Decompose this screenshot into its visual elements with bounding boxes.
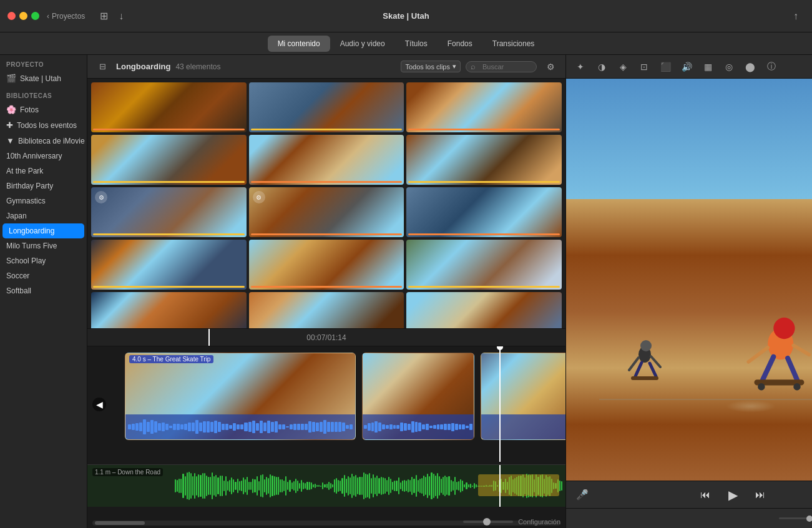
clip-thumb[interactable]: [249, 135, 404, 185]
preview-area: ✦ ◑ ◈ ⊡ ⬛ 🔊 ▦ ◎ ⬤ ⓘ Restablecer todo: [565, 55, 812, 528]
at-the-park-label: At the Park: [6, 167, 43, 175]
sidebar-item-at-the-park[interactable]: At the Park: [0, 164, 87, 178]
clip-progress-bar: [93, 181, 245, 183]
info-icon[interactable]: ⓘ: [763, 59, 780, 75]
timeline-tracks[interactable]: ◀ 4.0 s – The Great Skate Trip: [87, 346, 565, 462]
sidebar-item-milo-turns-five[interactable]: Milo Turns Five: [0, 238, 87, 253]
clip-thumb[interactable]: [91, 135, 247, 185]
clip-thumb[interactable]: ⚙: [249, 187, 404, 237]
clip-waveform: [125, 414, 355, 439]
clip-progress-bar: [251, 181, 403, 183]
sidebar-item-softball[interactable]: Softball: [0, 283, 87, 298]
maximize-button[interactable]: [31, 12, 39, 20]
scroll-left-button[interactable]: ◀: [92, 398, 106, 411]
skip-back-button[interactable]: ⏮: [697, 486, 714, 504]
plus-icon: ✚: [6, 120, 13, 130]
clip-thumb[interactable]: [91, 240, 247, 290]
timeline-clip-3[interactable]: [481, 353, 565, 440]
svg-point-10: [640, 340, 652, 351]
tab-transiciones[interactable]: Transiciones: [482, 36, 545, 52]
main-layout: PROYECTO 🎬 Skate | Utah BIBLIOTECAS 🌸 Fo…: [0, 55, 812, 528]
preview-bottom-controls: 🔒 Configuración: [566, 508, 812, 528]
zoom-thumb[interactable]: [483, 518, 491, 526]
svg-line-2: [748, 348, 768, 362]
clip-thumb[interactable]: [249, 82, 404, 132]
sidebar-item-school-play[interactable]: School Play: [0, 253, 87, 268]
window-title: Skate | Utah: [383, 11, 429, 21]
browser-count: 43 elementos: [175, 62, 220, 71]
sidebar-item-10th-anniversary[interactable]: 10th Anniversary: [0, 149, 87, 164]
clip-thumb[interactable]: [91, 292, 247, 328]
close-button[interactable]: [7, 12, 16, 20]
filmstrip-icon[interactable]: ⊟: [94, 58, 111, 76]
back-button[interactable]: ‹ Proyectos: [47, 12, 85, 21]
tab-fondos[interactable]: Fondos: [438, 36, 482, 52]
crop-icon[interactable]: ⊡: [636, 59, 652, 75]
svg-rect-15: [631, 376, 658, 380]
minimize-button[interactable]: [19, 12, 27, 20]
volume-slider[interactable]: [779, 517, 812, 519]
magic-wand-icon[interactable]: ✦: [572, 59, 589, 75]
clip-thumb[interactable]: [406, 187, 562, 237]
timeline-clip-1[interactable]: 4.0 s – The Great Skate Trip: [125, 353, 356, 440]
volume-icon[interactable]: 🔊: [678, 59, 695, 75]
sidebar-item-soccer[interactable]: Soccer: [0, 268, 87, 283]
clip-waveform-3: [481, 414, 565, 439]
clip-thumb[interactable]: [406, 240, 562, 290]
palette-icon[interactable]: ◈: [615, 59, 631, 75]
sidebar-item-imovie-library[interactable]: ▼ Biblioteca de iMovie: [0, 133, 87, 149]
tab-titulos[interactable]: Títulos: [395, 36, 438, 52]
microphone-button[interactable]: 🎤: [574, 486, 591, 504]
person-icon[interactable]: ⬤: [742, 59, 758, 75]
zoom-slider[interactable]: [463, 521, 513, 523]
sidebar-item-fotos[interactable]: 🌸 Fotos: [0, 102, 87, 117]
sidebar-item-skate-utah[interactable]: 🎬 Skate | Utah: [0, 71, 87, 86]
color-icon[interactable]: ◑: [594, 59, 610, 75]
clip-thumb[interactable]: [249, 240, 404, 290]
clip-waveform-2: [363, 414, 474, 439]
clip-thumb[interactable]: [406, 82, 562, 132]
chart-icon[interactable]: ▦: [700, 59, 716, 75]
clip-progress-bar: [408, 129, 560, 130]
tab-audio-video[interactable]: Audio y video: [330, 36, 395, 52]
project-item-label: Skate | Utah: [20, 74, 61, 83]
clip-thumb[interactable]: [406, 292, 562, 328]
camera-icon[interactable]: ⬛: [657, 59, 673, 75]
audio-highlight-2: [528, 474, 559, 496]
grid-view-button[interactable]: ⊞: [95, 7, 112, 25]
sidebar-item-todos-eventos[interactable]: ✚ Todos los eventos: [0, 117, 87, 133]
back-label: Proyectos: [52, 12, 85, 21]
import-button[interactable]: ↓: [112, 7, 130, 25]
clip-progress-bar: [251, 129, 403, 130]
imovie-library-label: Biblioteca de iMovie: [18, 137, 85, 145]
speed-icon[interactable]: ◎: [721, 59, 737, 75]
volume-thumb[interactable]: [806, 516, 812, 522]
clip-thumb[interactable]: ⚙: [91, 187, 247, 237]
timeline-clip-2[interactable]: [362, 353, 474, 440]
photos-label: Fotos: [20, 105, 39, 114]
sidebar-item-birthday-party[interactable]: Birthday Party: [0, 178, 87, 193]
clip-progress-bar: [408, 181, 560, 183]
svg-line-11: [629, 358, 638, 370]
tab-mi-contenido[interactable]: Mi contenido: [268, 36, 330, 52]
share-button[interactable]: ↑: [787, 7, 805, 25]
sidebar-item-longboarding[interactable]: Longboarding: [2, 223, 84, 238]
scrollbar-thumb[interactable]: [95, 521, 145, 525]
clip-thumb[interactable]: [249, 292, 404, 328]
clip-progress-bar: [93, 129, 245, 130]
sidebar-item-japan[interactable]: Japan: [0, 208, 87, 223]
clip-progress-bar: [93, 233, 245, 235]
clip-thumb[interactable]: [91, 82, 247, 132]
sidebar-item-gymnastics[interactable]: Gymnastics: [0, 193, 87, 208]
search-input[interactable]: [470, 63, 532, 71]
skip-forward-button[interactable]: ⏭: [751, 486, 769, 504]
clip-filter-dropdown[interactable]: Todos los clips ▾: [401, 61, 461, 72]
clip-thumb[interactable]: [406, 135, 562, 185]
photos-icon: 🌸: [6, 105, 16, 114]
clip-progress-bar: [408, 286, 560, 288]
clip-progress-bar: [251, 233, 403, 235]
search-box[interactable]: [466, 61, 537, 72]
settings-icon[interactable]: ⚙: [542, 58, 559, 76]
svg-line-14: [650, 363, 656, 376]
play-pause-button[interactable]: ▶: [724, 486, 741, 504]
